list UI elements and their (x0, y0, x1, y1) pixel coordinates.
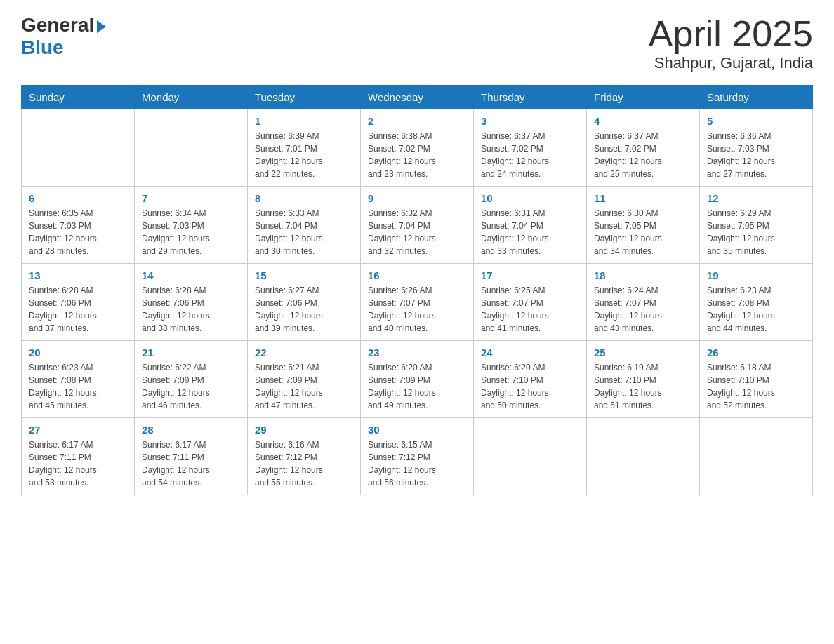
calendar-cell[interactable]: 26Sunrise: 6:18 AM Sunset: 7:10 PM Dayli… (700, 341, 813, 418)
day-detail: Sunrise: 6:23 AM Sunset: 7:08 PM Dayligh… (29, 361, 127, 412)
day-number: 13 (29, 269, 127, 281)
calendar-cell[interactable] (700, 418, 813, 495)
day-detail: Sunrise: 6:31 AM Sunset: 7:04 PM Dayligh… (481, 207, 579, 257)
day-number: 16 (368, 269, 466, 281)
calendar-cell[interactable]: 27Sunrise: 6:17 AM Sunset: 7:11 PM Dayli… (22, 418, 135, 495)
day-detail: Sunrise: 6:39 AM Sunset: 7:01 PM Dayligh… (255, 130, 353, 180)
day-number: 20 (29, 347, 127, 358)
calendar-cell[interactable]: 25Sunrise: 6:19 AM Sunset: 7:10 PM Dayli… (587, 341, 700, 418)
day-detail: Sunrise: 6:38 AM Sunset: 7:02 PM Dayligh… (368, 130, 466, 180)
day-number: 10 (481, 192, 579, 204)
day-number: 19 (707, 269, 805, 281)
day-header-saturday: Saturday (700, 86, 813, 109)
day-header-friday: Friday (587, 86, 700, 109)
calendar-cell[interactable]: 17Sunrise: 6:25 AM Sunset: 7:07 PM Dayli… (474, 264, 587, 341)
week-row-1: 1Sunrise: 6:39 AM Sunset: 7:01 PM Daylig… (22, 109, 813, 187)
day-number: 27 (29, 424, 127, 436)
day-header-sunday: Sunday (22, 86, 135, 109)
day-detail: Sunrise: 6:23 AM Sunset: 7:08 PM Dayligh… (707, 284, 805, 335)
day-detail: Sunrise: 6:20 AM Sunset: 7:10 PM Dayligh… (481, 361, 579, 412)
title-block: April 2025 Shahpur, Gujarat, India (649, 14, 813, 72)
day-detail: Sunrise: 6:15 AM Sunset: 7:12 PM Dayligh… (368, 438, 466, 489)
day-detail: Sunrise: 6:17 AM Sunset: 7:11 PM Dayligh… (29, 438, 127, 489)
day-number: 25 (594, 347, 692, 358)
calendar-cell[interactable]: 19Sunrise: 6:23 AM Sunset: 7:08 PM Dayli… (700, 264, 813, 341)
day-detail: Sunrise: 6:22 AM Sunset: 7:09 PM Dayligh… (142, 361, 240, 412)
calendar-cell[interactable]: 22Sunrise: 6:21 AM Sunset: 7:09 PM Dayli… (248, 341, 361, 418)
day-detail: Sunrise: 6:27 AM Sunset: 7:06 PM Dayligh… (255, 284, 353, 335)
day-detail: Sunrise: 6:32 AM Sunset: 7:04 PM Dayligh… (368, 207, 466, 257)
calendar-cell[interactable]: 2Sunrise: 6:38 AM Sunset: 7:02 PM Daylig… (361, 109, 474, 187)
day-number: 4 (594, 115, 692, 127)
calendar-cell[interactable]: 29Sunrise: 6:16 AM Sunset: 7:12 PM Dayli… (248, 418, 361, 495)
logo-blue: Blue (21, 36, 106, 59)
calendar-title: April 2025 (649, 14, 813, 54)
day-detail: Sunrise: 6:19 AM Sunset: 7:10 PM Dayligh… (594, 361, 692, 412)
calendar-cell[interactable]: 16Sunrise: 6:26 AM Sunset: 7:07 PM Dayli… (361, 264, 474, 341)
day-header-wednesday: Wednesday (361, 86, 474, 109)
page-header: General Blue April 2025 Shahpur, Gujarat… (21, 14, 813, 72)
day-number: 18 (594, 269, 692, 281)
day-number: 29 (255, 424, 353, 436)
week-row-5: 27Sunrise: 6:17 AM Sunset: 7:11 PM Dayli… (22, 418, 813, 495)
calendar-cell[interactable]: 14Sunrise: 6:28 AM Sunset: 7:06 PM Dayli… (135, 264, 248, 341)
day-detail: Sunrise: 6:29 AM Sunset: 7:05 PM Dayligh… (707, 207, 805, 257)
day-detail: Sunrise: 6:20 AM Sunset: 7:09 PM Dayligh… (368, 361, 466, 412)
day-detail: Sunrise: 6:34 AM Sunset: 7:03 PM Dayligh… (142, 207, 240, 257)
calendar-cell[interactable] (587, 418, 700, 495)
day-detail: Sunrise: 6:28 AM Sunset: 7:06 PM Dayligh… (29, 284, 127, 335)
calendar-subtitle: Shahpur, Gujarat, India (649, 54, 813, 72)
calendar-cell[interactable] (474, 418, 587, 495)
day-detail: Sunrise: 6:36 AM Sunset: 7:03 PM Dayligh… (707, 130, 805, 180)
week-row-3: 13Sunrise: 6:28 AM Sunset: 7:06 PM Dayli… (22, 264, 813, 341)
day-number: 12 (707, 192, 805, 204)
calendar-cell[interactable]: 4Sunrise: 6:37 AM Sunset: 7:02 PM Daylig… (587, 109, 700, 187)
calendar-cell[interactable]: 8Sunrise: 6:33 AM Sunset: 7:04 PM Daylig… (248, 187, 361, 264)
day-number: 23 (368, 347, 466, 358)
calendar-cell[interactable]: 6Sunrise: 6:35 AM Sunset: 7:03 PM Daylig… (22, 187, 135, 264)
calendar-cell[interactable] (22, 109, 135, 187)
day-number: 17 (481, 269, 579, 281)
day-number: 22 (255, 347, 353, 358)
day-detail: Sunrise: 6:18 AM Sunset: 7:10 PM Dayligh… (707, 361, 805, 412)
day-header-monday: Monday (135, 86, 248, 109)
day-number: 5 (707, 115, 805, 127)
day-number: 9 (368, 192, 466, 204)
day-number: 2 (368, 115, 466, 127)
week-row-4: 20Sunrise: 6:23 AM Sunset: 7:08 PM Dayli… (22, 341, 813, 418)
day-detail: Sunrise: 6:25 AM Sunset: 7:07 PM Dayligh… (481, 284, 579, 335)
week-row-2: 6Sunrise: 6:35 AM Sunset: 7:03 PM Daylig… (22, 187, 813, 264)
calendar-cell[interactable]: 11Sunrise: 6:30 AM Sunset: 7:05 PM Dayli… (587, 187, 700, 264)
calendar-cell[interactable] (135, 109, 248, 187)
day-number: 15 (255, 269, 353, 281)
calendar-cell[interactable]: 24Sunrise: 6:20 AM Sunset: 7:10 PM Dayli… (474, 341, 587, 418)
day-number: 14 (142, 269, 240, 281)
day-number: 6 (29, 192, 127, 204)
day-number: 3 (481, 115, 579, 127)
calendar-cell[interactable]: 28Sunrise: 6:17 AM Sunset: 7:11 PM Dayli… (135, 418, 248, 495)
calendar-cell[interactable]: 1Sunrise: 6:39 AM Sunset: 7:01 PM Daylig… (248, 109, 361, 187)
day-detail: Sunrise: 6:26 AM Sunset: 7:07 PM Dayligh… (368, 284, 466, 335)
day-detail: Sunrise: 6:33 AM Sunset: 7:04 PM Dayligh… (255, 207, 353, 257)
calendar-cell[interactable]: 9Sunrise: 6:32 AM Sunset: 7:04 PM Daylig… (361, 187, 474, 264)
day-number: 28 (142, 424, 240, 436)
calendar-cell[interactable]: 10Sunrise: 6:31 AM Sunset: 7:04 PM Dayli… (474, 187, 587, 264)
calendar-cell[interactable]: 12Sunrise: 6:29 AM Sunset: 7:05 PM Dayli… (700, 187, 813, 264)
calendar-cell[interactable]: 30Sunrise: 6:15 AM Sunset: 7:12 PM Dayli… (361, 418, 474, 495)
day-number: 21 (142, 347, 240, 358)
calendar-cell[interactable]: 15Sunrise: 6:27 AM Sunset: 7:06 PM Dayli… (248, 264, 361, 341)
calendar-cell[interactable]: 3Sunrise: 6:37 AM Sunset: 7:02 PM Daylig… (474, 109, 587, 187)
day-detail: Sunrise: 6:24 AM Sunset: 7:07 PM Dayligh… (594, 284, 692, 335)
calendar-cell[interactable]: 5Sunrise: 6:36 AM Sunset: 7:03 PM Daylig… (700, 109, 813, 187)
calendar-cell[interactable]: 13Sunrise: 6:28 AM Sunset: 7:06 PM Dayli… (22, 264, 135, 341)
days-of-week-row: SundayMondayTuesdayWednesdayThursdayFrid… (22, 86, 813, 109)
calendar-cell[interactable]: 18Sunrise: 6:24 AM Sunset: 7:07 PM Dayli… (587, 264, 700, 341)
day-detail: Sunrise: 6:37 AM Sunset: 7:02 PM Dayligh… (594, 130, 692, 180)
calendar-cell[interactable]: 20Sunrise: 6:23 AM Sunset: 7:08 PM Dayli… (22, 341, 135, 418)
day-detail: Sunrise: 6:16 AM Sunset: 7:12 PM Dayligh… (255, 438, 353, 489)
calendar-cell[interactable]: 21Sunrise: 6:22 AM Sunset: 7:09 PM Dayli… (135, 341, 248, 418)
calendar-cell[interactable]: 23Sunrise: 6:20 AM Sunset: 7:09 PM Dayli… (361, 341, 474, 418)
day-header-tuesday: Tuesday (248, 86, 361, 109)
calendar-cell[interactable]: 7Sunrise: 6:34 AM Sunset: 7:03 PM Daylig… (135, 187, 248, 264)
day-number: 24 (481, 347, 579, 358)
